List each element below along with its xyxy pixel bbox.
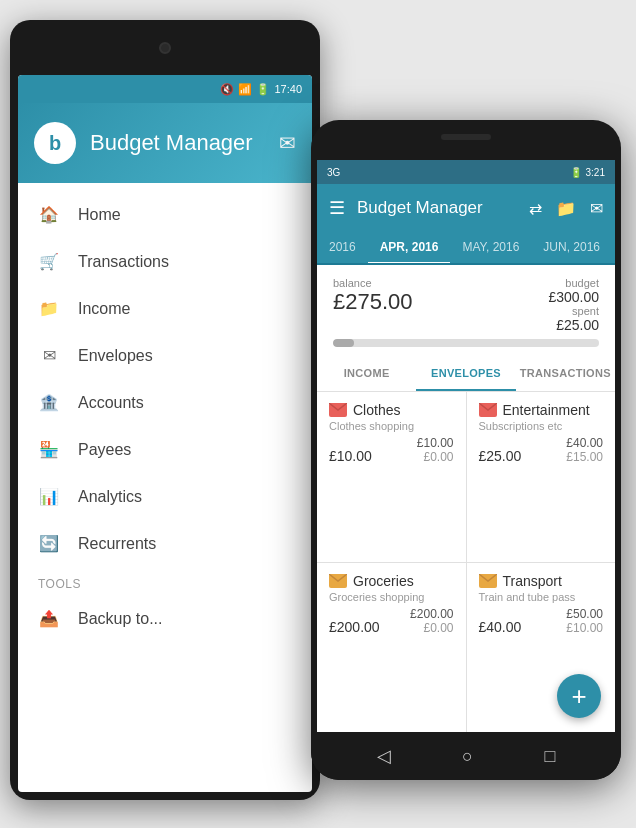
envelope-remaining-entertainment: £15.00 [566, 450, 603, 464]
envelope-budget-stack-clothes: £10.00 £0.00 [417, 436, 454, 464]
phone-battery-icon: 🔋 [570, 167, 582, 178]
progress-bar-fill [333, 339, 354, 347]
balance-label: balance [333, 277, 413, 289]
nav-label-envelopes: Envelopes [78, 347, 153, 365]
envelope-remaining-groceries: £0.00 [410, 621, 453, 635]
envelope-amounts-transport: £40.00 £50.00 £10.00 [479, 607, 604, 635]
envelope-header-groceries: Groceries [329, 573, 454, 589]
nav-label-payees: Payees [78, 441, 131, 459]
phone-toolbar-icons: ⇄ 📁 ✉ [529, 199, 603, 218]
nav-item-transactions[interactable]: 🛒 Transactions [18, 238, 312, 285]
nav-item-accounts[interactable]: 🏦 Accounts [18, 379, 312, 426]
folder-icon[interactable]: 📁 [556, 199, 576, 218]
nav-label-analytics: Analytics [78, 488, 142, 506]
payees-icon: 🏪 [38, 440, 60, 459]
envelope-spent-entertainment: £25.00 [479, 448, 522, 464]
tablet-signal-icon: 📶 [238, 83, 252, 96]
tablet-app-title: Budget Manager [90, 130, 253, 156]
back-button[interactable]: ◁ [377, 745, 391, 767]
phone-device: 3G 🔋 3:21 ☰ Budget Manager ⇄ 📁 ✉ 2016 [311, 120, 621, 780]
transfer-icon[interactable]: ⇄ [529, 199, 542, 218]
envelope-icon-clothes [329, 403, 347, 417]
phone-speaker [441, 134, 491, 140]
accounts-icon: 🏦 [38, 393, 60, 412]
nav-label-home: Home [78, 206, 121, 224]
transactions-icon: 🛒 [38, 252, 60, 271]
nav-item-income[interactable]: 📁 Income [18, 285, 312, 332]
envelope-budget-stack-entertainment: £40.00 £15.00 [566, 436, 603, 464]
envelope-budget-stack-transport: £50.00 £10.00 [566, 607, 603, 635]
month-tab-may[interactable]: MAY, 2016 [450, 232, 531, 265]
envelope-card-clothes[interactable]: Clothes Clothes shopping £10.00 £10.00 £… [317, 392, 466, 562]
tablet-mute-icon: 🔇 [220, 83, 234, 96]
tablet-nav: 🏠 Home 🛒 Transactions 📁 Income ✉ Envelop… [18, 183, 312, 650]
envelope-remaining-transport: £10.00 [566, 621, 603, 635]
nav-item-payees[interactable]: 🏪 Payees [18, 426, 312, 473]
sub-tab-transactions[interactable]: TRANSACTIONS [516, 357, 615, 391]
phone-time: 3:21 [586, 167, 605, 178]
spent-amount: £25.00 [548, 317, 599, 333]
balance-main: balance £275.00 [333, 277, 413, 315]
envelope-icon-entertainment [479, 403, 497, 417]
envelopes-icon: ✉ [38, 346, 60, 365]
hamburger-icon[interactable]: ☰ [329, 197, 345, 219]
balance-section: balance £275.00 budget £300.00 spent £25… [317, 265, 615, 357]
envelope-name-transport: Transport [503, 573, 562, 589]
tablet-mail-icon[interactable]: ✉ [279, 131, 296, 155]
recents-button[interactable]: □ [544, 746, 555, 767]
nav-item-backup[interactable]: 📤 Backup to... [18, 595, 312, 642]
tablet-status-icons: 🔇 📶 🔋 17:40 [220, 83, 302, 96]
tablet-status-bar: 🔇 📶 🔋 17:40 [18, 75, 312, 103]
envelope-budget-groceries: £200.00 [410, 607, 453, 621]
tablet-logo: b [34, 122, 76, 164]
envelope-header-entertainment: Entertainment [479, 402, 604, 418]
envelope-card-entertainment[interactable]: Entertainment Subscriptions etc £25.00 £… [467, 392, 616, 562]
envelope-subname-entertainment: Subscriptions etc [479, 420, 604, 432]
mail-icon[interactable]: ✉ [590, 199, 603, 218]
tablet-battery-icon: 🔋 [256, 83, 270, 96]
nav-label-recurrents: Recurrents [78, 535, 156, 553]
nav-label-income: Income [78, 300, 130, 318]
month-tab-jun[interactable]: JUN, 2016 [531, 232, 612, 265]
month-tab-2016[interactable]: 2016 [317, 232, 368, 265]
progress-bar [333, 339, 599, 347]
phone-toolbar: ☰ Budget Manager ⇄ 📁 ✉ [317, 184, 615, 232]
nav-label-backup: Backup to... [78, 610, 163, 628]
month-tab-jul[interactable]: JUL, 2016 [612, 232, 615, 265]
sub-tab-envelopes[interactable]: ENVELOPES [416, 357, 515, 391]
home-button[interactable]: ○ [462, 746, 473, 767]
month-tabs: 2016 APR, 2016 MAY, 2016 JUN, 2016 JUL, … [317, 232, 615, 265]
backup-icon: 📤 [38, 609, 60, 628]
envelope-spent-clothes: £10.00 [329, 448, 372, 464]
envelope-icon-groceries [329, 574, 347, 588]
envelope-budget-stack-groceries: £200.00 £0.00 [410, 607, 453, 635]
envelope-icon-transport [479, 574, 497, 588]
nav-label-accounts: Accounts [78, 394, 144, 412]
balance-amount: £275.00 [333, 289, 413, 315]
envelope-budget-transport: £50.00 [566, 607, 603, 621]
tablet-screen: 🔇 📶 🔋 17:40 b Budget Manager ✉ 🏠 Home 🛒 … [18, 75, 312, 792]
envelope-header-transport: Transport [479, 573, 604, 589]
nav-item-recurrents[interactable]: 🔄 Recurrents [18, 520, 312, 567]
phone-signal: 3G [327, 167, 340, 178]
budget-amount: £300.00 [548, 289, 599, 305]
tablet-header: b Budget Manager ✉ [18, 103, 312, 183]
analytics-icon: 📊 [38, 487, 60, 506]
nav-item-envelopes[interactable]: ✉ Envelopes [18, 332, 312, 379]
envelope-subname-groceries: Groceries shopping [329, 591, 454, 603]
envelope-card-groceries[interactable]: Groceries Groceries shopping £200.00 £20… [317, 563, 466, 733]
balance-right: budget £300.00 spent £25.00 [548, 277, 599, 333]
budget-label: budget [548, 277, 599, 289]
nav-item-analytics[interactable]: 📊 Analytics [18, 473, 312, 520]
phone-toolbar-title: Budget Manager [357, 198, 517, 218]
envelope-name-entertainment: Entertainment [503, 402, 590, 418]
month-tab-apr[interactable]: APR, 2016 [368, 232, 451, 265]
nav-item-home[interactable]: 🏠 Home [18, 191, 312, 238]
recurrents-icon: 🔄 [38, 534, 60, 553]
envelope-amounts-entertainment: £25.00 £40.00 £15.00 [479, 436, 604, 464]
phone-content: 3G 🔋 3:21 ☰ Budget Manager ⇄ 📁 ✉ 2016 [317, 160, 615, 732]
sub-tab-income[interactable]: INCOME [317, 357, 416, 391]
fab-add-button[interactable]: + [557, 674, 601, 718]
home-icon: 🏠 [38, 205, 60, 224]
tablet-time: 17:40 [274, 83, 302, 95]
